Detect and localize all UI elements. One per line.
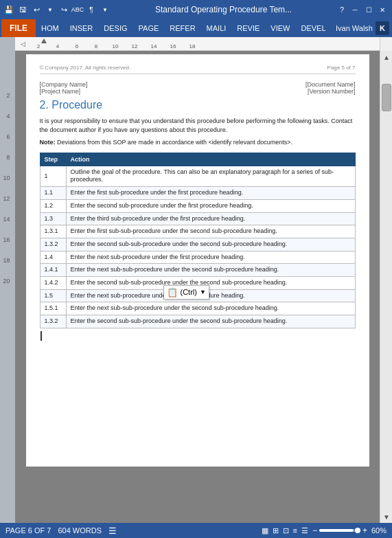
save-icon[interactable]: 💾 [3,3,15,16]
step-cell: 1.3.2 [40,315,66,328]
right-scrollbar[interactable]: ▲ ▼ [380,51,392,523]
tab-page[interactable]: PAGE [133,19,165,37]
tab-home[interactable]: HOM [36,19,65,37]
table-container: Step Action 1Outline the goal of the pro… [40,153,356,328]
main-area: 2 4 6 8 10 12 14 16 18 20 © Company 2017… [0,51,392,523]
help-icon[interactable]: ? [336,3,348,16]
tab-view[interactable]: VIEW [265,19,295,37]
ruler-num: 12 [125,43,144,49]
scroll-down-btn[interactable]: ▼ [380,511,392,523]
ruler-left-btn[interactable]: ◁ [16,37,29,51]
tab-developer[interactable]: DEVEL [295,19,331,37]
quick-save-icon[interactable]: 🖫 [16,3,29,16]
ruler-num: 6 [67,43,87,49]
word-count: 604 WORDS [58,526,102,535]
table-row: 1.3Enter the third sub-procedure under t… [40,212,355,225]
ruler-num: 14 [144,43,163,49]
spellcheck-icon[interactable]: ABC [71,3,84,16]
zoom-out-btn[interactable]: − [312,526,317,535]
section-title: Procedure [49,99,102,111]
margin-num-8: 8 [3,154,12,175]
view-outline-icon[interactable]: ≡ [293,526,297,535]
redo-icon[interactable]: ↪ [58,3,70,16]
view-normal-icon[interactable]: ▦ [262,526,268,535]
margin-num-14: 14 [3,216,12,236]
cursor [41,331,356,341]
doc-header-right: [Document Name] [Version Number] [305,81,356,95]
table-row: 1.4Enter the next sub-procedure under th… [40,251,355,264]
document-name: [Document Name] [305,81,356,88]
margin-num-12: 12 [3,195,12,216]
paste-label: (Ctrl) [181,288,197,296]
left-margin: 2 4 6 8 10 12 14 16 18 20 [0,51,15,523]
table-row: 1.3.2Enter the second sub-sub-procedure … [40,315,355,328]
action-cell: Enter the second sub-procedure under the… [66,199,355,212]
status-bar: PAGE 6 OF 7 604 WORDS ☰ ▦ ⊞ ⊡ ≡ ☰ − + 60… [0,523,392,538]
document-page: © Company 2017. All rights reserved. Pag… [26,54,369,467]
margin-num-16: 16 [3,236,12,257]
table-row: 1.2Enter the second sub-procedure under … [40,199,355,212]
version-number: [Version Number] [305,88,356,95]
user-section: Ivan Walsh K [336,21,392,35]
format-icon[interactable]: ¶ [85,3,97,16]
action-cell: Enter the second sub-sub-procedure under… [66,276,355,289]
tab-review[interactable]: REVIE [231,19,265,37]
tab-file[interactable]: FILE [1,19,36,37]
maximize-button[interactable]: ☐ [362,3,376,16]
step-cell: 1.4.1 [40,264,66,277]
table-row: 1.5.1Enter the next sub-sub-procedure un… [40,302,355,315]
scroll-up-btn[interactable]: ▲ [380,51,392,63]
action-cell: Enter the first sub-sub-procedure under … [66,225,355,238]
col-header-action: Action [66,153,355,166]
zoom-control[interactable]: − + 60% [312,526,387,535]
undo-icon[interactable]: ↩ [30,3,43,16]
step-cell: 1.4.2 [40,276,66,289]
step-cell: 1 [40,166,66,186]
procedure-table: Step Action 1Outline the goal of the pro… [40,153,356,328]
table-row: 1.4.1Enter the next sub-sub-procedure un… [40,264,355,277]
view-draft-icon[interactable]: ☰ [301,526,308,535]
tab-references[interactable]: REFER [164,19,200,37]
scrollbar-track[interactable] [380,63,392,511]
ribbon-tabs: FILE HOM INSER DESIG PAGE REFER MAILI RE… [0,19,392,37]
paste-dropdown-icon[interactable]: ▼ [200,289,206,295]
col-header-step: Step [40,153,66,166]
action-cell: Enter the first sub-procedure under the … [66,187,355,200]
close-button[interactable]: ✕ [376,3,389,16]
view-web-icon[interactable]: ⊡ [283,526,289,535]
ruler-num: 18 [183,43,202,49]
margin-numbers: 2 4 6 8 10 12 14 16 18 20 [3,51,12,298]
tab-mailings[interactable]: MAILI [201,19,232,37]
zoom-track[interactable] [319,529,360,532]
ruler-num: 2 [29,43,48,49]
undo-dropdown-icon[interactable]: ▼ [44,3,56,16]
more-icon[interactable]: ▼ [99,3,111,16]
action-cell: Enter the second sub-sub-procedure under… [66,315,355,328]
document-area[interactable]: © Company 2017. All rights reserved. Pag… [15,51,380,523]
step-cell: 1.1 [40,187,66,200]
section-heading: 2. Procedure [40,99,356,111]
company-name: [Company Name] [40,81,88,88]
zoom-percent: 60% [371,526,387,535]
user-avatar[interactable]: K [376,21,389,35]
minimize-button[interactable]: ─ [348,3,362,16]
margin-num-2: 2 [3,92,12,113]
ruler-marker [41,38,47,43]
body-paragraph: It is your responsibility to ensure that… [40,117,356,134]
zoom-in-btn[interactable]: + [362,526,367,535]
tab-insert[interactable]: INSER [65,19,99,37]
proofing-icon[interactable]: ☰ [108,526,117,536]
footer-page: Page 5 of 7 [327,65,356,71]
table-row: 1.3.2Enter the second sub-sub-procedure … [40,238,355,251]
ruler-num: 8 [87,43,106,49]
window-title: Standard Operating Procedure Tem... [111,5,336,14]
paste-popup[interactable]: 📋 (Ctrl) ▼ [163,285,209,300]
view-read-icon[interactable]: ⊞ [273,526,279,535]
scrollbar-thumb[interactable] [382,84,391,111]
tab-design[interactable]: DESIG [98,19,132,37]
toolbar-icons: 💾 🖫 ↩ ▼ ↪ ABC ¶ ▼ [3,3,111,16]
title-bar: 💾 🖫 ↩ ▼ ↪ ABC ¶ ▼ Standard Operating Pro… [0,0,392,19]
margin-num-20: 20 [3,278,12,298]
zoom-handle[interactable] [355,528,360,533]
ruler: ◁ 2 4 6 8 10 12 14 16 18 [15,37,380,51]
